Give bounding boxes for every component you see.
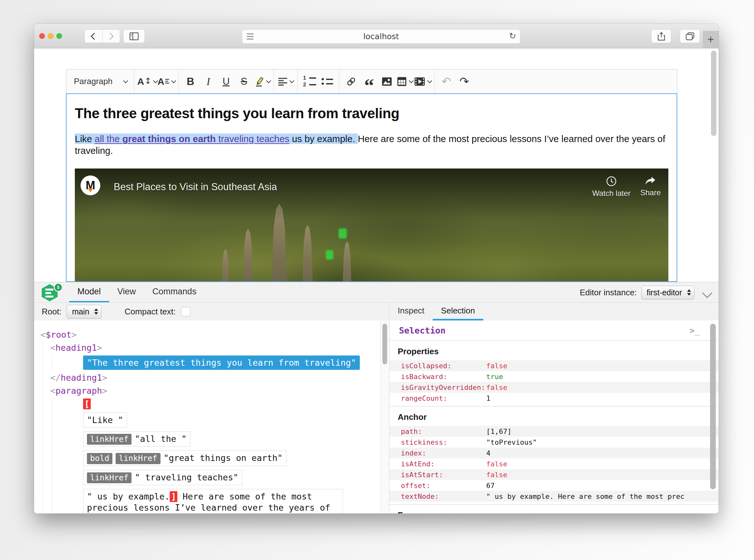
chevron-down-icon (171, 78, 177, 83)
sidebar-toggle-button[interactable] (123, 29, 145, 43)
section-title-properties: Properties (389, 341, 719, 360)
minimize-window-button[interactable] (48, 33, 54, 39)
page-scrollbar-thumb[interactable] (711, 51, 716, 136)
heading-dropdown[interactable]: Paragraph (70, 72, 131, 91)
plus-icon: + (707, 33, 714, 46)
detail-scrollbar-thumb[interactable] (710, 324, 716, 489)
tree-tag-root[interactable]: <$root> (40, 328, 376, 341)
font-size-arrows-icon: ↕ (145, 76, 151, 86)
url-text: localhost (363, 32, 399, 41)
insert-media-button[interactable] (414, 72, 431, 91)
insert-image-button[interactable] (378, 72, 396, 91)
collapse-inspector-button[interactable] (703, 288, 712, 298)
attribute-badge-linkhref: linkHref (87, 434, 131, 445)
redo-button[interactable]: ↷ (455, 72, 473, 91)
tree-scrollbar[interactable] (380, 320, 389, 514)
tab-selection[interactable]: Selection (433, 303, 483, 320)
address-bar[interactable]: localhost ↻ (242, 29, 520, 44)
attribute-badge-bold: bold (87, 453, 113, 464)
property-row: textNode:" us by example. Here are some … (389, 491, 719, 502)
tree-scrollbar-thumb[interactable] (382, 324, 387, 364)
tab-commands[interactable]: Commands (144, 282, 205, 303)
tree-tag-heading1-close[interactable]: </heading1> (50, 371, 376, 384)
reader-mode-icon[interactable] (247, 34, 253, 40)
log-to-console-button[interactable]: >_ (690, 326, 699, 336)
editor-content[interactable]: The three greatest things you learn from… (66, 93, 677, 282)
show-tabs-button[interactable] (680, 29, 700, 43)
temple-tower (339, 241, 355, 282)
browser-window: localhost ↻ + (34, 24, 719, 514)
link-bold-text[interactable]: great things on earth (122, 134, 216, 144)
tab-view[interactable]: View (109, 282, 144, 303)
toolbar-separator (339, 69, 340, 93)
selected-text-node[interactable]: "The three greatest things you learn fro… (83, 356, 360, 370)
section-focus: Focus (389, 504, 719, 514)
inspector-subheader: Root: main Compact text: Inspect Selecti… (34, 302, 719, 320)
blockquote-button[interactable]: “ (360, 77, 378, 95)
text-node[interactable]: " us by example.] Here are some of the m… (83, 489, 343, 514)
underline-button[interactable]: U (217, 72, 235, 91)
link-text[interactable]: all the (95, 134, 122, 144)
inspector-tabs: Model View Commands (69, 282, 205, 303)
tree-tag-heading1-open[interactable]: <heading1> (50, 341, 376, 354)
zoom-window-button[interactable] (56, 33, 62, 39)
channel-avatar[interactable]: M (81, 176, 100, 195)
text-node[interactable]: "Like " (83, 413, 127, 427)
document-heading: The three greatest things you learn from… (75, 105, 668, 121)
editor-instance-select[interactable]: first-editor (641, 286, 694, 299)
selection-object-title: Selection (399, 325, 446, 336)
editor-instance-label: Editor instance: (580, 288, 637, 298)
watch-later-button[interactable]: Watch later (591, 176, 632, 198)
bulleted-list-button[interactable] (319, 72, 336, 91)
tree-tag-paragraph-open[interactable]: <paragraph> (50, 384, 376, 397)
select-stepper-icon (94, 308, 98, 315)
toolbar-separator (178, 69, 179, 93)
highlight-button[interactable] (253, 72, 271, 91)
browser-titlebar: localhost ↻ + (34, 24, 719, 48)
text-node[interactable]: linkHref" traveling teaches" (83, 470, 242, 485)
font-size-button[interactable]: A↕ (137, 72, 157, 91)
property-row: isAtEnd:false (389, 458, 719, 469)
alignment-button[interactable] (277, 72, 294, 91)
bold-button[interactable]: B (182, 72, 199, 91)
chevron-down-icon (289, 78, 294, 83)
tab-model[interactable]: Model (69, 282, 109, 303)
video-title[interactable]: Best Places to Visit in Southeast Asia (114, 181, 277, 193)
window-controls (39, 33, 62, 39)
font-family-button[interactable]: A (157, 72, 176, 91)
reload-icon[interactable]: ↻ (509, 31, 516, 41)
strikethrough-button[interactable]: S (235, 72, 253, 91)
undo-icon: ↶ (442, 76, 451, 87)
text-node[interactable]: linkHref"all the " (83, 431, 190, 447)
link-text[interactable]: traveling teaches (216, 134, 289, 144)
toolbar-separator (273, 69, 274, 93)
youtube-embed[interactable]: M Best Places to Visit in Southeast Asia… (75, 168, 668, 282)
link-button[interactable] (342, 72, 360, 91)
forward-button[interactable] (102, 29, 120, 43)
undo-button[interactable]: ↶ (437, 72, 455, 91)
temple-tower (298, 224, 317, 282)
attribute-badge-linkhref: linkHref (116, 453, 160, 464)
compact-text-checkbox[interactable] (181, 307, 190, 316)
selection-start-marker: [ (83, 399, 91, 409)
heading1-children: "The three greatest things you learn fro… (52, 354, 376, 371)
compact-text-label: Compact text: (124, 307, 176, 317)
ckeditor-version-badge: 5 (54, 283, 63, 292)
share-button[interactable] (651, 29, 671, 43)
property-row: isAtStart:false (389, 469, 719, 480)
back-button[interactable] (85, 29, 102, 43)
italic-button[interactable]: I (199, 72, 217, 91)
tab-inspect[interactable]: Inspect (389, 303, 433, 320)
selection-detail-panel: Selection >_ Properties isCollapsed:fals… (389, 320, 719, 514)
table-icon (397, 77, 407, 87)
numbered-list-button[interactable]: 1 2 (301, 72, 319, 91)
root-children: <heading1> "The three greatest things yo… (42, 341, 376, 514)
insert-table-button[interactable] (396, 72, 414, 91)
root-select[interactable]: main (66, 305, 102, 319)
new-tab-button[interactable]: + (703, 31, 719, 48)
chevron-down-icon (266, 78, 271, 83)
close-window-button[interactable] (39, 33, 45, 39)
chevron-down-icon (427, 78, 432, 83)
text-node[interactable]: boldlinkHref"great things on earth" (83, 451, 287, 466)
video-share-button[interactable]: Share (638, 176, 663, 197)
